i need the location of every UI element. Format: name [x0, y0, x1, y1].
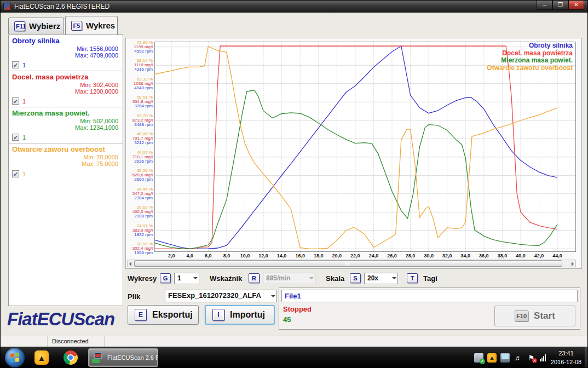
channel-checkbox[interactable]: ✓ [12, 97, 19, 105]
scroll-left-icon[interactable] [129, 262, 131, 266]
x-axis-tick: 42,0 [532, 253, 547, 258]
status-text: Stopped [283, 305, 312, 313]
parameter-sidebar: Obroty silnikaMin: 1556,0000Max: 4709,00… [8, 34, 123, 306]
chrome-icon[interactable] [64, 350, 78, 365]
parameter-max: Max: 1200,0000 [75, 88, 118, 95]
x-axis-tick: 30,0 [421, 253, 436, 258]
x-axis-ticks: 2,04,06,08,010,012,014,016,018,020,022,0… [126, 253, 583, 260]
f10-keycap: F10 [515, 311, 528, 321]
wykresy-select[interactable]: 1 [174, 273, 199, 284]
y-axis-label-row: 24,81 %383,9 mg/l1832 rpm [126, 224, 153, 237]
y-axis-label-row: 63,33 %1036 mg/l4040 rpm [126, 77, 153, 90]
x-axis-tick: 32,0 [440, 253, 455, 258]
scroll-right-icon[interactable] [572, 262, 574, 266]
f11-keycap: F11 [14, 21, 25, 31]
avg-tray-icon[interactable]: ▲ [487, 353, 497, 363]
tab-wykres[interactable]: F5 Wykres [65, 16, 118, 34]
x-axis-tick: 26,0 [384, 253, 400, 258]
wskaznik-label: Wskaźnik [210, 274, 242, 283]
parameter-block-2: Mierzona masa powiet.Min: 502,0000Max: 1… [9, 107, 123, 143]
parameter-name: Obroty silnika [12, 37, 119, 45]
start-button[interactable]: F10 Start [494, 306, 575, 326]
plik-label: Plik [128, 292, 140, 301]
legend-item: Docel. masa powietrza [487, 50, 573, 58]
chart-panel: 72,96 %1199 mg/l4592 rpm68,14 %1118 mg/l… [125, 38, 582, 269]
connection-status: Disconnected [48, 336, 105, 347]
channel-checkbox[interactable]: ✓ [12, 61, 19, 68]
plik-select[interactable]: FESExp_1612072320_ALFA [165, 290, 277, 302]
legend-item: Obroty silnika [487, 42, 573, 50]
channel-number: 1 [22, 62, 26, 68]
skala-label: Skala [326, 274, 344, 283]
channel-checkbox[interactable]: ✓ [12, 134, 19, 141]
r-keycap[interactable]: R [249, 273, 260, 283]
start-orb-icon[interactable] [5, 348, 25, 367]
file-name-field[interactable]: File1 [281, 290, 578, 302]
eksportuj-button[interactable]: E Eksportuj [128, 305, 199, 325]
s-keycap[interactable]: S [350, 273, 361, 283]
importuj-button[interactable]: I Importuj [205, 305, 275, 325]
restore-button[interactable]: ❐ [552, 1, 568, 10]
e-keycap: E [135, 309, 147, 321]
x-axis-tick: 34,0 [458, 253, 473, 258]
channel-number: 1 [22, 134, 26, 141]
app-icon [3, 3, 11, 10]
tagi-label: Tagi [423, 274, 437, 283]
x-axis-tick: 40,0 [513, 253, 528, 258]
chart-plot[interactable] [154, 42, 576, 252]
session-info-box: File1 Stopped 45 F10 Start [279, 288, 580, 330]
scrollbar-thumb[interactable] [134, 260, 562, 267]
parameter-min: Min: 302,4000 [75, 82, 118, 88]
x-axis-tick: 20,0 [329, 253, 344, 258]
chart-legend: Obroty silnikaDocel. masa powietrzaMierz… [487, 42, 573, 72]
channel-number: 1 [22, 98, 26, 105]
show-desktop-button[interactable] [585, 347, 588, 368]
system-tray: ✓ ▲ ♬ ⚑✕ [474, 347, 549, 368]
parameter-name: Docel. masa powietrza [12, 73, 119, 81]
x-axis-tick: 16,0 [292, 253, 308, 258]
chevron-down-icon [193, 277, 198, 281]
tab-wybierz-label: Wybierz [29, 21, 60, 31]
taskbar-clock[interactable]: 23:41 2016-12-08 [549, 349, 583, 366]
parameter-block-3: Otwarcie zaworu overboostMin: 20,0000Max… [9, 143, 123, 180]
tab-wykres-label: Wykres [86, 21, 115, 30]
parameter-min: Min: 1556,0000 [75, 45, 118, 52]
parameter-max: Max: 4709,0000 [75, 52, 118, 59]
usb-safely-remove-icon[interactable]: ✓ [474, 353, 483, 363]
y-axis-label-row: 72,96 %1199 mg/l4592 rpm [126, 41, 153, 54]
channel-checkbox[interactable]: ✓ [12, 170, 19, 177]
x-axis-tick: 12,0 [256, 253, 271, 258]
y-axis-label-row: 53,70 %873,2 mg/l3488 rpm [126, 114, 153, 127]
t-keycap[interactable]: T [407, 273, 418, 283]
x-axis-tick: 44,0 [550, 253, 565, 258]
chevron-down-icon [309, 277, 314, 281]
chevron-down-icon [271, 295, 275, 300]
f5-keycap: F5 [71, 21, 82, 31]
chart-scrollbar[interactable] [127, 260, 576, 267]
x-axis-tick: 38,0 [494, 253, 510, 258]
i-keycap: I [212, 309, 224, 321]
x-axis-tick: 8,0 [219, 253, 234, 258]
taskbar-app-button[interactable]: FiatECUScan 2.6 R... [88, 348, 158, 367]
legend-item: Mierzona masa powiet. [487, 57, 573, 65]
parameter-block-1: Docel. masa powietrzaMin: 302,4000Max: 1… [9, 71, 123, 107]
y-axis-label-row: 39,26 %628,6 mg/l2660 rpm [126, 169, 153, 182]
display-settings-icon[interactable] [500, 353, 510, 363]
parameter-name: Mierzona masa powiet. [12, 109, 119, 117]
parameter-block-0: Obroty silnikaMin: 1556,0000Max: 4709,00… [9, 35, 123, 71]
wskaznik-select: 895/min [263, 273, 315, 284]
window-title: FiatECUScan 2.6 REGISTERED [14, 3, 109, 10]
y-axis-label-row: 68,14 %1118 mg/l4316 rpm [126, 59, 153, 72]
minimize-button[interactable]: – [537, 1, 552, 10]
close-button[interactable]: ✕ [568, 1, 584, 10]
wykresy-label: Wykresy [128, 274, 157, 283]
y-axis-label-row: 44,07 %710,1 mg/l2936 rpm [126, 151, 153, 164]
speaker-icon[interactable]: ♬ [514, 353, 523, 363]
skala-select[interactable]: 20x [364, 273, 398, 284]
tab-wybierz[interactable]: F11 Wybierz [8, 18, 64, 34]
action-center-icon[interactable]: ⚑✕ [527, 353, 536, 363]
network-icon[interactable] [540, 354, 549, 361]
sample-counter: 45 [283, 315, 291, 324]
avg-icon[interactable]: ▲ [34, 350, 49, 365]
g-keycap[interactable]: G [160, 273, 171, 283]
